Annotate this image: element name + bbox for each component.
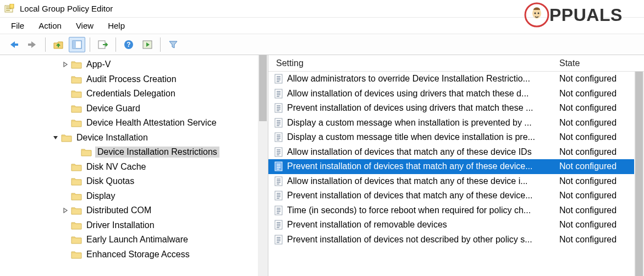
setting-state: Not configured [559, 89, 634, 99]
list-body: Allow administrators to override Device … [268, 72, 644, 276]
list-row[interactable]: Prevent installation of devices that mat… [268, 188, 644, 203]
chevron-right-icon[interactable] [62, 207, 69, 214]
folder-icon [71, 104, 82, 113]
chevron-down-icon[interactable] [52, 134, 59, 142]
tree-item[interactable]: Audit Process Creation [0, 72, 268, 87]
list-row[interactable]: Prevent installation of devices that mat… [268, 159, 644, 174]
setting-name: Allow installation of devices that match… [287, 147, 559, 157]
tree-item[interactable]: Enhanced Storage Access [0, 247, 268, 262]
tree-scrollbar[interactable] [258, 55, 268, 276]
setting-state: Not configured [559, 235, 634, 245]
menubar: File Action View Help [0, 18, 644, 34]
folder-icon [71, 250, 82, 259]
folder-icon [71, 89, 82, 98]
tree-item-label: Enhanced Storage Access [86, 250, 190, 259]
tree-item-label: Disk Quotas [86, 176, 134, 186]
setting-name: Prevent installation of devices that mat… [287, 161, 559, 171]
list-row[interactable]: Allow administrators to override Device … [268, 72, 644, 86]
list-row[interactable]: Allow installation of devices using driv… [268, 86, 644, 101]
policy-icon [274, 235, 284, 245]
folder-icon [71, 118, 82, 127]
setting-state: Not configured [559, 191, 634, 201]
run-button[interactable] [139, 37, 156, 52]
list-scrollbar[interactable] [634, 72, 644, 276]
app-icon [4, 4, 14, 14]
filter-button[interactable] [165, 37, 181, 52]
tree-item-label: Driver Installation [86, 220, 155, 230]
tree-item[interactable]: Device Installation [0, 131, 268, 145]
policy-icon [274, 220, 284, 230]
setting-name: Allow administrators to override Device … [287, 74, 559, 84]
setting-name: Display a custom message when installati… [287, 118, 559, 128]
tree-item-label: Device Installation [76, 133, 148, 142]
show-hide-tree-button[interactable] [69, 37, 85, 52]
up-folder-button[interactable] [50, 37, 67, 52]
setting-name: Prevent installation of devices using dr… [287, 103, 559, 113]
setting-state: Not configured [559, 220, 634, 230]
tree-item[interactable]: Device Guard [0, 101, 268, 116]
tree-item[interactable]: Device Installation Restrictions [0, 145, 268, 160]
svg-rect-5 [14, 44, 18, 46]
toolbar-separator [160, 37, 161, 52]
setting-state: Not configured [559, 176, 634, 186]
folder-icon [61, 133, 72, 142]
tree-item-label: Early Launch Antimalware [86, 235, 188, 244]
list-row[interactable]: Prevent installation of removable device… [268, 218, 644, 232]
policy-icon [274, 191, 284, 201]
list-row[interactable]: Display a custom message when installati… [268, 116, 644, 131]
svg-text:?: ? [126, 41, 130, 48]
tree-item[interactable]: Driver Installation [0, 218, 268, 233]
svg-rect-3 [6, 10, 10, 11]
list-row[interactable]: Prevent installation of devices using dr… [268, 101, 644, 116]
tree-item[interactable]: Distributed COM [0, 203, 268, 218]
tree-item[interactable]: App-V [0, 57, 268, 72]
policy-icon [274, 176, 284, 186]
list-row[interactable]: Allow installation of devices that match… [268, 174, 644, 189]
tree-item[interactable]: Device Health Attestation Service [0, 116, 268, 131]
setting-state: Not configured [559, 132, 634, 142]
column-header-state[interactable]: State [559, 58, 634, 68]
policy-icon [274, 161, 284, 171]
back-button[interactable] [5, 37, 22, 52]
setting-name: Allow installation of devices using driv… [287, 89, 559, 99]
tree-item-label: Device Health Attestation Service [86, 118, 217, 127]
tree-item-label: Disk NV Cache [86, 162, 146, 171]
svg-rect-8 [73, 41, 76, 48]
column-header-setting[interactable]: Setting [268, 58, 559, 68]
tree-item[interactable]: Display [0, 189, 268, 204]
tree-item[interactable]: Disk NV Cache [0, 160, 268, 175]
list-row[interactable]: Prevent installation of devices not desc… [268, 232, 644, 247]
tree-item-label: Credentials Delegation [86, 89, 175, 98]
tree-item[interactable]: Early Launch Antimalware [0, 232, 268, 247]
tree-item[interactable]: Credentials Delegation [0, 86, 268, 101]
folder-icon [71, 192, 82, 201]
tree-item[interactable]: Disk Quotas [0, 174, 268, 189]
menu-help[interactable]: Help [108, 21, 125, 30]
setting-name: Prevent installation of removable device… [287, 220, 559, 230]
chevron-right-icon[interactable] [62, 61, 69, 68]
scrollbar-thumb[interactable] [635, 72, 643, 276]
menu-view[interactable]: View [76, 21, 93, 30]
export-button[interactable] [95, 37, 111, 52]
main-split: App-VAudit Process CreationCredentials D… [0, 55, 644, 276]
forward-button[interactable] [24, 37, 41, 52]
menu-file[interactable]: File [11, 21, 24, 30]
list-row[interactable]: Display a custom message title when devi… [268, 130, 644, 145]
tree-panel: App-VAudit Process CreationCredentials D… [0, 55, 268, 276]
tree-item-label: Device Installation Restrictions [97, 147, 217, 156]
help-button[interactable]: ? [120, 37, 137, 52]
policy-icon [274, 103, 284, 113]
policy-icon [274, 147, 284, 157]
toolbar: ? [0, 34, 644, 55]
scrollbar-thumb[interactable] [259, 55, 267, 121]
setting-state: Not configured [559, 205, 634, 215]
list-row[interactable]: Allow installation of devices that match… [268, 145, 644, 160]
setting-name: Prevent installation of devices not desc… [287, 235, 559, 245]
setting-state: Not configured [559, 118, 634, 128]
folder-icon [71, 60, 82, 69]
setting-state: Not configured [559, 103, 634, 113]
menu-action[interactable]: Action [38, 21, 62, 30]
folder-icon [71, 221, 82, 230]
toolbar-separator [115, 37, 116, 52]
list-row[interactable]: Time (in seconds) to force reboot when r… [268, 203, 644, 218]
